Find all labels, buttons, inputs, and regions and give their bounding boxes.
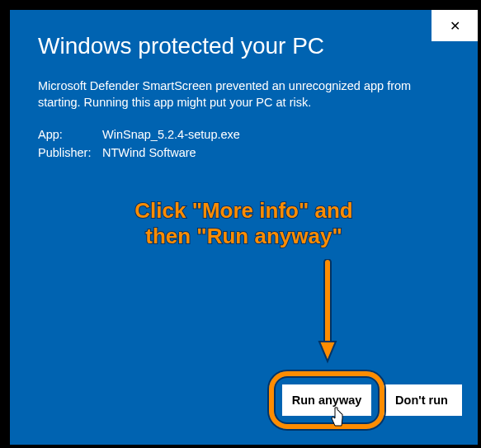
app-row: App: WinSnap_5.2.4-setup.exe bbox=[38, 125, 240, 144]
close-button[interactable]: ✕ bbox=[431, 10, 478, 41]
close-icon: ✕ bbox=[450, 18, 460, 34]
dialog-description: Microsoft Defender SmartScreen prevented… bbox=[38, 78, 450, 111]
app-value: WinSnap_5.2.4-setup.exe bbox=[102, 125, 240, 144]
dont-run-button[interactable]: Don't run bbox=[381, 384, 462, 416]
annotation-text: Click "More info" and then "Run anyway" bbox=[10, 198, 478, 249]
smartscreen-dialog: ✕ Windows protected your PC Microsoft De… bbox=[10, 10, 478, 445]
publisher-row: Publisher: NTWind Software bbox=[38, 144, 240, 162]
dialog-frame: ✕ Windows protected your PC Microsoft De… bbox=[3, 3, 478, 445]
publisher-value: NTWind Software bbox=[102, 144, 196, 162]
app-label: App: bbox=[38, 125, 102, 144]
publisher-label: Publisher: bbox=[38, 144, 102, 162]
arrow-icon bbox=[318, 259, 337, 365]
annotation-line1: Click "More info" and bbox=[10, 198, 478, 224]
dialog-title: Windows protected your PC bbox=[38, 33, 324, 59]
annotation-line2: then "Run anyway" bbox=[10, 224, 478, 249]
app-details: App: WinSnap_5.2.4-setup.exe Publisher: … bbox=[38, 125, 240, 163]
run-anyway-button[interactable]: Run anyway bbox=[282, 384, 371, 416]
